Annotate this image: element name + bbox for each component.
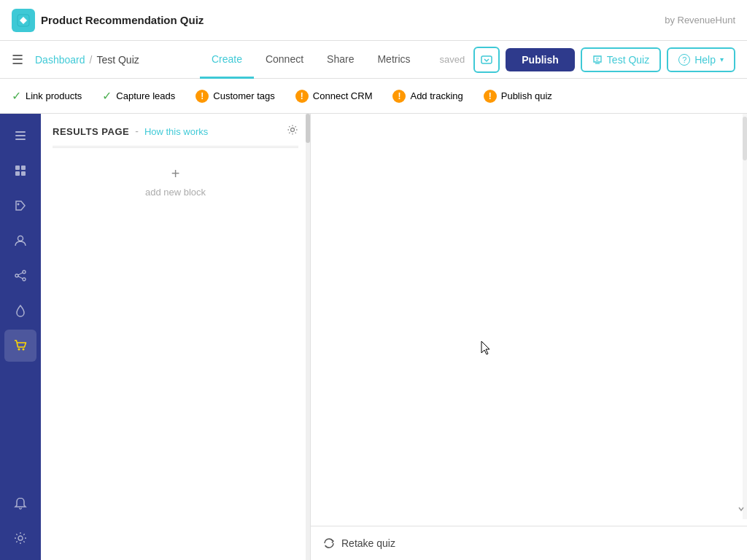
svg-point-13 [23,278,26,281]
content-panel: RESULTS PAGE - How this works + add new … [41,114,311,560]
test-quiz-label: Test Quiz [607,54,649,66]
preview-scrollbar-track[interactable] [743,114,747,519]
connect-crm-label: Connect CRM [313,90,373,101]
link-products-label: Link products [26,90,82,101]
preview-scrollbar-thumb[interactable] [743,117,747,160]
how-this-works-link[interactable]: How this works [144,126,208,137]
svg-rect-1 [481,56,492,63]
scroll-down-chevron-icon[interactable] [738,503,745,515]
breadcrumb-separator: / [90,54,93,66]
capture-leads-check-icon: ✓ [102,89,112,103]
connect-crm-warning-icon: ! [295,90,309,103]
breadcrumb: Dashboard / Test Quiz [35,54,139,66]
help-icon: ? [678,54,690,66]
sidebar-icon-settings[interactable] [4,522,36,554]
publish-quiz-label: Publish quiz [501,90,552,101]
add-block-plus-icon: + [171,166,180,182]
sidebar-icon-user[interactable] [4,225,36,257]
checklist-capture-leads[interactable]: ✓ Capture leads [102,89,175,103]
sidebar-icon-list[interactable] [4,120,36,152]
scrollbar-track[interactable] [306,114,310,560]
help-label: Help [694,54,716,66]
breadcrumb-dashboard[interactable]: Dashboard [35,54,85,66]
sidebar-icon-grid[interactable] [4,155,36,187]
svg-rect-2 [15,131,26,133]
saved-indicator: saved [440,54,465,65]
sidebar-icon-bell[interactable] [4,487,36,519]
header-divider [53,146,298,147]
test-quiz-button[interactable]: Test Quiz [581,47,661,72]
link-products-check-icon: ✓ [12,89,21,103]
results-page-title: RESULTS PAGE [53,126,129,137]
sidebar [0,114,41,560]
checklist-publish-quiz[interactable]: ! Publish quiz [484,90,552,103]
breadcrumb-current: Test Quiz [96,54,139,66]
svg-rect-8 [21,171,26,176]
checklist-add-tracking[interactable]: ! Add tracking [392,90,462,103]
add-block-label: add new block [145,187,206,198]
svg-rect-5 [15,166,20,170]
sidebar-icon-tag[interactable] [4,190,36,222]
customer-tags-warning-icon: ! [196,90,209,103]
help-chevron-icon: ▾ [720,55,724,63]
tab-create[interactable]: Create [200,42,254,79]
results-page-settings-icon[interactable] [287,124,298,139]
svg-point-9 [18,203,20,206]
help-button[interactable]: ? Help ▾ [667,47,735,72]
tab-share[interactable]: Share [315,42,365,79]
svg-rect-4 [15,139,26,140]
svg-point-14 [18,349,20,351]
header: Product Recommendation Quiz by RevenueHu… [0,0,747,41]
sidebar-icon-cart[interactable] [4,330,36,362]
publish-button[interactable]: Publish [506,48,575,71]
nav-tabs: Create Connect Share Metrics [200,41,422,78]
results-page-header: RESULTS PAGE - How this works [41,114,310,146]
svg-point-17 [291,128,295,132]
customer-tags-label: Customer tags [213,90,275,101]
publish-quiz-warning-icon: ! [484,90,497,103]
svg-point-15 [23,349,25,351]
checklist-connect-crm[interactable]: ! Connect CRM [295,90,373,103]
retake-quiz-label: Retake quiz [341,537,395,549]
sidebar-icon-drop[interactable] [4,295,36,327]
svg-point-10 [18,236,23,241]
scrollbar-thumb[interactable] [306,114,310,143]
retake-quiz-button[interactable]: Retake quiz [322,537,395,550]
capture-leads-label: Capture leads [116,90,175,101]
main-layout: RESULTS PAGE - How this works + add new … [0,114,747,560]
svg-rect-3 [15,135,26,136]
cursor [479,340,496,359]
sidebar-icon-share[interactable] [4,260,36,292]
content-scroll[interactable]: RESULTS PAGE - How this works + add new … [41,114,310,560]
preview-bottom-bar: Retake quiz [311,526,747,560]
preview-icon-button[interactable] [473,47,500,73]
hamburger-menu[interactable]: ☰ [12,52,23,68]
logo-icon [12,9,35,32]
checklist-bar: ✓ Link products ✓ Capture leads ! Custom… [0,79,747,114]
svg-point-12 [23,271,26,273]
preview-area: Retake quiz [311,114,747,560]
header-by: by RevenueHunt [665,15,735,26]
app-logo: Product Recommendation Quiz [12,9,204,32]
app-title: Product Recommendation Quiz [41,14,204,26]
tab-metrics[interactable]: Metrics [365,42,422,79]
results-page-dash: - [135,125,139,137]
nav-bar: ☰ Dashboard / Test Quiz Create Connect S… [0,41,747,79]
preview-content [311,114,747,526]
add-tracking-label: Add tracking [410,90,462,101]
checklist-link-products[interactable]: ✓ Link products [12,89,82,103]
checklist-customer-tags[interactable]: ! Customer tags [196,90,275,103]
svg-rect-6 [21,166,26,170]
svg-rect-7 [15,171,20,176]
svg-point-11 [15,274,18,277]
tab-connect[interactable]: Connect [254,42,315,79]
svg-point-16 [18,536,23,540]
add-block-button[interactable]: + add new block [41,148,310,215]
add-tracking-warning-icon: ! [392,90,406,103]
